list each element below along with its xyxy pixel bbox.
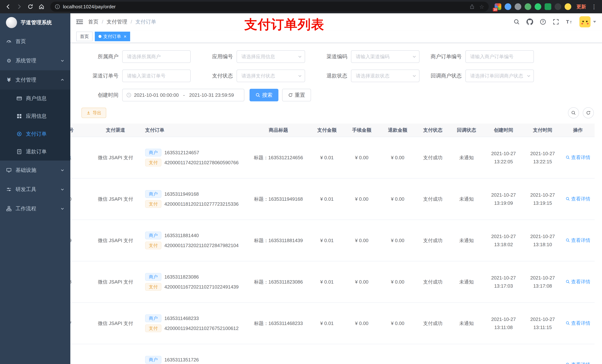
filter-input[interactable] (351, 70, 419, 82)
sidebar-item-system[interactable]: ⚙ 系统管理 (0, 51, 70, 70)
screen: localhost:1024/pay/order ☆ 10 更新 ⋮ (0, 0, 602, 364)
filter-control[interactable] (465, 50, 534, 63)
channel-order-no: 4200001194202110276752100612 (164, 325, 239, 331)
filter-input[interactable] (465, 50, 534, 63)
sidebar-item-pay-order[interactable]: 支付订单 (0, 125, 70, 143)
address-bar[interactable]: localhost:1024/pay/order ☆ (50, 2, 489, 12)
extension-icon-1[interactable]: 10 (495, 3, 501, 10)
credit-card-icon (16, 96, 22, 101)
browser-menu-icon[interactable]: ⋮ (589, 3, 599, 10)
filter-input[interactable] (122, 50, 191, 63)
view-detail-link[interactable]: 查看详情 (566, 237, 590, 244)
extension-icon-7[interactable] (555, 3, 561, 10)
breadcrumb-section[interactable]: 支付管理 (107, 18, 127, 25)
orders-table: 编号 支付渠道 支付订单 商品标题 支付金额 手续金额 退款金额 支付状态 回调… (70, 124, 602, 364)
sidebar-item-infra[interactable]: 基础设施 (0, 161, 70, 180)
browser-forward-button[interactable] (14, 1, 24, 12)
reset-button[interactable]: 重置 (282, 89, 311, 101)
cell-actions: 查看详情 (561, 220, 595, 261)
view-detail-link[interactable]: 查看详情 (566, 361, 590, 364)
svg-text:?: ? (542, 20, 544, 24)
cell-title: 标题：1635311949168 (247, 178, 310, 220)
sliders-icon (6, 187, 12, 192)
sidebar-item-merchant-info[interactable]: 商户信息 (0, 90, 70, 107)
cell-amount: ¥ 0.01 (310, 137, 344, 178)
breadcrumb-home[interactable]: 首页 (88, 18, 98, 25)
profile-avatar-icon[interactable] (565, 3, 571, 10)
filter-control[interactable] (122, 50, 191, 63)
tag-home[interactable]: 首页 (76, 32, 93, 41)
view-detail-link[interactable]: 查看详情 (566, 196, 590, 202)
table-row: 20 微信 JSAPI 支付 商户 1635311949168 支付 (70, 178, 595, 220)
browser-home-button[interactable] (36, 1, 47, 12)
export-button[interactable]: 导出 (81, 108, 106, 118)
svg-text:T: T (566, 19, 569, 25)
filter-input[interactable] (351, 50, 419, 63)
filter-input[interactable] (122, 70, 191, 82)
font-size-icon[interactable]: TT (566, 19, 573, 25)
col-notify: 回调状态 (450, 124, 483, 137)
filter-input[interactable] (236, 50, 305, 63)
chevron-down-icon (60, 168, 64, 172)
sidebar-item-refund-order[interactable]: 退款订单 (0, 143, 70, 161)
app-logo[interactable]: 芋道管理系统 (0, 13, 70, 32)
sidebar-item-dev-tools[interactable]: 研发工具 (0, 180, 70, 199)
merchant-order-no: 1635311468233 (164, 316, 199, 321)
col-status: 支付状态 (416, 124, 450, 137)
create-time-range-picker[interactable]: 2021-10-01 00:00:00 - 2021-10-31 23:59:5… (122, 89, 244, 101)
filter-control[interactable] (236, 50, 305, 63)
filter-control[interactable] (351, 70, 419, 82)
fullscreen-icon[interactable] (553, 19, 559, 25)
navbar-actions: ? TT (514, 16, 596, 27)
view-detail-link[interactable]: 查看详情 (566, 320, 590, 326)
browser-back-button[interactable] (3, 1, 13, 12)
search-icon[interactable] (514, 19, 520, 25)
site-info-icon[interactable] (55, 4, 60, 9)
channel-order-no: 4200001173202110272847982104 (164, 243, 239, 248)
merchant-badge: 商户 (145, 273, 161, 281)
sidebar-toggle-icon[interactable] (76, 19, 83, 25)
browser-reload-button[interactable] (25, 1, 35, 12)
extension-icon-2[interactable] (505, 3, 511, 10)
right-tools (568, 107, 594, 118)
share-icon[interactable] (469, 4, 475, 10)
view-detail-link[interactable]: 查看详情 (566, 279, 590, 285)
extension-icon-4[interactable] (525, 3, 531, 10)
cell-pay-order: 商户 1635311949168 支付 42000011812021102777… (141, 178, 247, 220)
filter-field: 渠道编码 (310, 50, 422, 63)
filter-control[interactable] (122, 70, 191, 82)
cell-channel (90, 344, 141, 364)
refresh-button[interactable] (583, 107, 594, 118)
tag-pay-order[interactable]: 支付订单 × (95, 32, 130, 41)
cell-notify: 未通知 (450, 302, 483, 344)
filter-field: 支付状态 (196, 70, 308, 82)
filter-control[interactable] (465, 70, 534, 82)
filter-input[interactable] (236, 70, 305, 82)
tag-close-icon[interactable]: × (124, 34, 127, 39)
app-title: 芋道管理系统 (21, 19, 52, 26)
view-detail-link[interactable]: 查看详情 (566, 154, 590, 161)
sidebar-item-label: 基础设施 (16, 167, 36, 174)
extension-icon-5[interactable] (535, 3, 541, 10)
user-menu[interactable] (580, 16, 596, 27)
browser-update-button[interactable]: 更新 (574, 3, 588, 10)
sidebar-item-app-info[interactable]: 应用信息 (0, 107, 70, 125)
filter-input[interactable] (465, 70, 534, 82)
github-icon[interactable] (527, 19, 533, 25)
sidebar-item-pay[interactable]: ¥ 支付管理 (0, 70, 70, 90)
cell-create-time: 2021-10-2713:19:09 (483, 178, 524, 220)
col-pay-order: 支付订单 (141, 124, 247, 137)
search-button[interactable]: 搜索 (249, 89, 279, 101)
filter-control[interactable] (236, 70, 305, 82)
chevron-down-icon (298, 74, 302, 78)
extension-icon-3[interactable] (515, 3, 521, 10)
sidebar-item-home[interactable]: 首页 (0, 32, 70, 51)
sidebar-item-workflow[interactable]: 工作流程 (0, 199, 70, 218)
monitor-icon (6, 167, 12, 173)
cell-channel: 微信 JSAPI 支付 (90, 137, 141, 178)
bookmark-star-icon[interactable]: ☆ (479, 3, 484, 10)
filter-control[interactable] (351, 50, 419, 63)
extension-icon-6[interactable] (545, 3, 551, 10)
toggle-search-button[interactable] (568, 107, 579, 118)
help-icon[interactable]: ? (540, 19, 546, 25)
